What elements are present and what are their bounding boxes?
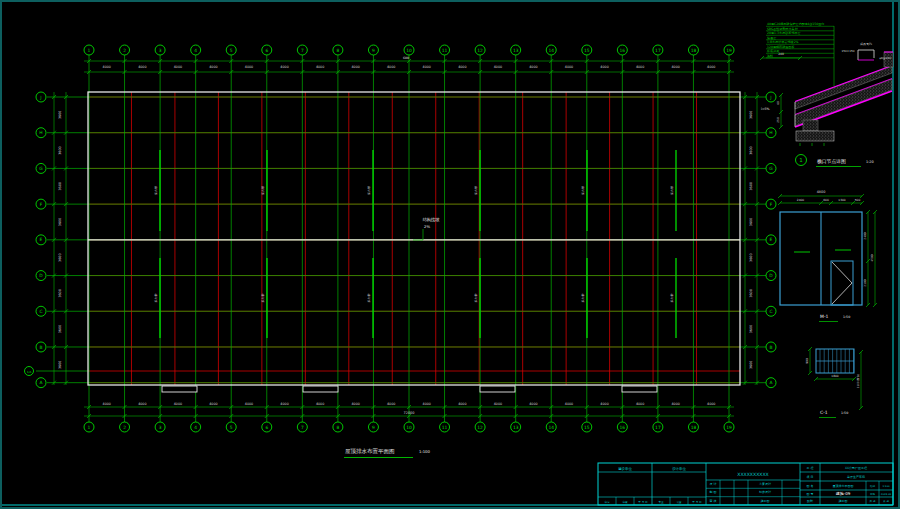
wall-opening xyxy=(622,386,657,392)
grid-bubble-label: 2 xyxy=(123,425,126,430)
dim-label: 4000 xyxy=(458,402,466,406)
grid-bubble-label: 7 xyxy=(301,48,304,53)
footing xyxy=(796,131,834,141)
wall-opening xyxy=(303,386,338,392)
viewport-frame xyxy=(1,1,899,508)
dim-label: 4000 xyxy=(103,402,111,406)
section-scale: 1:20 xyxy=(866,160,874,164)
gutter-profile xyxy=(858,50,874,60)
grid-bubble-label: 15 xyxy=(584,48,590,53)
dim-label: 2400 xyxy=(797,198,805,202)
stamp-box-cell: 年 月 日 xyxy=(638,500,648,504)
grid-bubble-label: B xyxy=(769,345,772,350)
tb-value: 方案设计 xyxy=(759,482,771,486)
dim-label: 1800 xyxy=(831,374,839,378)
section-note: 涂料 xyxy=(767,54,773,58)
dim-label: 4000 xyxy=(565,65,573,69)
section-note: 120厚钢筋砼屋面板 xyxy=(767,45,795,49)
skylight-label: 采光带 xyxy=(261,294,265,303)
window-scale: 1:50 xyxy=(841,411,848,415)
grid-bubble-label: 11 xyxy=(442,48,448,53)
grid-bubble-label: A xyxy=(769,380,772,385)
dim-label: 4000 xyxy=(174,402,182,406)
center-note-line2: 2% xyxy=(424,224,430,229)
tb-value: 第 张 xyxy=(883,499,889,503)
grid-bubble-label: 10 xyxy=(406,48,412,53)
dim-label: 4000 xyxy=(600,65,608,69)
section-body xyxy=(795,50,893,146)
tb-value: 施工图 xyxy=(839,499,848,503)
grid-bubble-label: 15 xyxy=(584,425,590,430)
tb-value: XX公司厂区工程 xyxy=(845,466,867,470)
dim-label: 4000 xyxy=(636,402,644,406)
grid-bubble-label: 19 xyxy=(726,48,732,53)
dim-label: 1300 xyxy=(838,198,846,202)
dim-label: 4000 xyxy=(636,65,644,69)
dim-label: 4000 xyxy=(245,65,253,69)
dim-label: 4000 xyxy=(209,402,217,406)
cad-viewport[interactable]: 采光带采光带采光带采光带采光带采光带采光带采光带采光带采光带采光带采光带 400… xyxy=(0,0,900,509)
grid-bubble-label: 1 xyxy=(88,425,91,430)
top-note: 600 xyxy=(403,56,409,60)
dim-label: 4000 xyxy=(600,402,608,406)
skylight-label: 采光带 xyxy=(367,294,371,303)
grid-bubble-label: 3 xyxy=(159,48,162,53)
dim-label: 3600 xyxy=(749,146,753,154)
dim-label: 4000 xyxy=(351,65,359,69)
red-grid xyxy=(88,92,740,385)
grid-bubble-label: C xyxy=(769,309,772,314)
dim-label: 4000 xyxy=(671,402,679,406)
plan-annotations: 结构找坡 2% i=5% 600 xyxy=(403,56,770,241)
grid-bubble-label: 12 xyxy=(477,48,483,53)
drawing-number: 建施-09 xyxy=(836,491,851,496)
skylight-label: 采光带 xyxy=(474,186,478,195)
wall-opening xyxy=(162,386,197,392)
dim-total: 72000 xyxy=(404,411,415,415)
dim-label: 4000 xyxy=(280,402,288,406)
dim-label: 3600 xyxy=(749,218,753,226)
tb-label: 日期 xyxy=(870,492,876,496)
cad-canvas: 采光带采光带采光带采光带采光带采光带采光带采光带采光带采光带采光带采光带 400… xyxy=(0,0,900,509)
skylight-label: 采光带 xyxy=(581,294,585,303)
title-block: 建设单位审定审核年 月 日设计单位专业负责年 月 日设 计方案设计制 图初步设计… xyxy=(598,463,893,505)
dim-label: 3600 xyxy=(749,111,753,119)
dim-label: 4000 xyxy=(245,402,253,406)
skylight-label: 采光带 xyxy=(261,186,265,195)
dim-label: 900 xyxy=(805,358,809,364)
skylight-label: 采光带 xyxy=(154,294,158,303)
stamp-box-header: 建设单位 xyxy=(617,466,632,471)
dim-label: 4000 xyxy=(671,65,679,69)
skylight-label: 采光带 xyxy=(581,186,585,195)
dim-label: 4000 xyxy=(316,65,324,69)
dim-label: 1100(窗台) xyxy=(856,374,860,388)
grid-bubble-label: 9 xyxy=(372,425,375,430)
tb-label: 设 计 xyxy=(710,482,717,486)
dim-label: 3600 xyxy=(749,253,753,261)
dim-label: 4000 xyxy=(529,402,537,406)
tb-label: 审 核 xyxy=(710,499,717,503)
grid-bubble-label: 11 xyxy=(442,425,448,430)
grid-bubble-label: 14 xyxy=(548,425,554,430)
axis-bubbles-left: JHGFEDCBA1/A xyxy=(25,92,47,388)
dim-label: 240 xyxy=(778,52,784,56)
door-openings xyxy=(162,386,657,392)
tb-value: 单层生产车间 xyxy=(847,475,865,479)
door-detail-body: 480024006001300500240021004500 xyxy=(778,190,877,307)
grid-bubble-label: 19 xyxy=(726,425,732,430)
stamp-box-cell: 审定 xyxy=(604,500,610,504)
grid-bubble-label: 17 xyxy=(655,425,661,430)
grid-bubble-label: G xyxy=(769,166,773,171)
dim-label: 4000 xyxy=(138,402,146,406)
section-note: SBS改性沥青防水卷材 xyxy=(767,27,798,31)
dim-label: 3600 xyxy=(58,361,62,369)
grid-bubble-label: 12 xyxy=(477,425,483,430)
grid-bubble-label: 6 xyxy=(265,425,268,430)
green-axes xyxy=(36,55,766,422)
dim-label: 4000 xyxy=(565,402,573,406)
tb-label: 图 名 xyxy=(807,484,814,488)
wall-opening xyxy=(480,386,515,392)
skylight-label: 采光带 xyxy=(670,186,674,195)
wicket-door xyxy=(831,261,853,305)
grid-bubble-label: 16 xyxy=(620,425,626,430)
wall-stem xyxy=(803,120,818,131)
